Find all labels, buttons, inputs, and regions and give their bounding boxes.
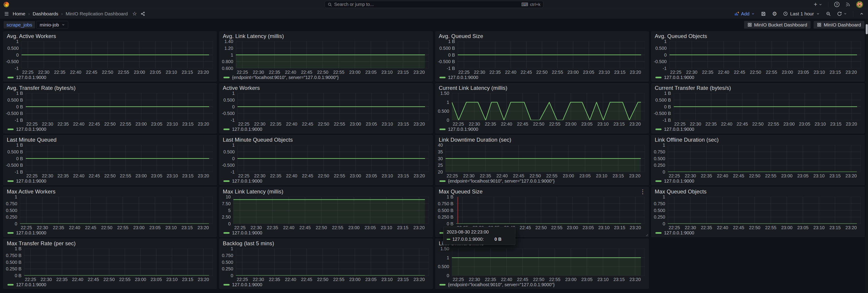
x-axis: 22:2522:3022:3522:4022:4522:5022:5523:00… [26, 172, 213, 178]
x-axis-label: 22:55 [549, 122, 560, 127]
x-axis-label: 22:30 [685, 225, 696, 230]
collapse-toolbar-icon[interactable] [859, 11, 864, 16]
panel-title[interactable]: Max Link Latency (millis) [223, 189, 283, 195]
plot-area[interactable] [22, 41, 213, 68]
panel-title[interactable]: Avg. Transfer Rate (bytes/s) [7, 85, 75, 91]
variable-value-dropdown[interactable]: minio-job [36, 21, 68, 29]
y-axis-label: 0.500 B [438, 208, 454, 213]
x-axis-label: 23:00 [782, 70, 793, 75]
panel-title[interactable]: Avg. Queued Size [439, 33, 483, 39]
panel-title[interactable]: Avg. Link Latency (millis) [223, 33, 284, 39]
legend-series-label[interactable]: {endpoint="localhost:9010", server="127.… [448, 178, 555, 184]
panel-title[interactable]: Max Queued Size [439, 189, 483, 195]
plot-region: 0.5001.5010.500022:2522:3022:3522:4022:4… [436, 91, 648, 126]
plot-area[interactable] [26, 145, 213, 172]
legend-series-label[interactable]: 127.0.0.1:9000 [16, 178, 46, 184]
legend-series-label[interactable]: 127.0.0.1:9000 [448, 75, 478, 80]
plot-area[interactable] [236, 41, 429, 68]
scrollbar-thumb[interactable] [866, 24, 868, 34]
panel-title[interactable]: Backlog (last 5 mins) [223, 240, 274, 247]
panel-title[interactable]: Max Active Workers [7, 189, 56, 195]
legend-series-label[interactable]: 127.0.0.1:9000 [232, 282, 262, 287]
x-axis-label: 23:00 [349, 277, 361, 282]
legend-series-label[interactable]: 127.0.0.1:9000 [16, 230, 46, 235]
plot-area[interactable] [456, 197, 645, 224]
panel-title[interactable]: Avg. Queued Objects [655, 33, 707, 39]
variable-label: scrape_jobs [4, 21, 35, 29]
new-menu-button[interactable]: + [814, 1, 822, 8]
breadcrumb-home[interactable]: Home [13, 11, 25, 17]
menu-icon[interactable] [4, 11, 9, 16]
legend-series-label[interactable]: 127.0.0.1:9000 [664, 127, 694, 132]
x-axis-label: 23:00 [133, 225, 145, 230]
news-icon[interactable] [845, 2, 850, 7]
panel-title[interactable]: Current Transfer Rate (bytes/s) [655, 85, 731, 91]
legend-series-label[interactable]: {endpoint="localhost:9010", server="127.… [232, 75, 339, 80]
panel-title[interactable]: Avg. Active Workers [7, 33, 56, 39]
legend-series-label[interactable]: 127.0.0.1:9000 [232, 230, 262, 235]
panel-menu-kebab-icon[interactable]: ⋮ [640, 189, 646, 195]
panel-title[interactable]: Max Queued Objects [655, 189, 707, 195]
plot-area[interactable] [670, 41, 861, 68]
legend-series-label[interactable]: 127.0.0.1:9000 [232, 178, 262, 184]
legend-series-label[interactable]: 127.0.0.1:9000 [664, 178, 694, 184]
x-axis-label: 22:30 [474, 70, 485, 75]
panel-title[interactable]: Active Workers [223, 85, 260, 91]
zoom-out-icon[interactable] [826, 11, 831, 16]
plot-area[interactable] [668, 145, 861, 172]
legend-series-label[interactable]: 127.0.0.1:9000 [448, 127, 478, 132]
plot-area[interactable] [238, 145, 429, 172]
user-avatar[interactable] [856, 1, 863, 8]
time-range-picker[interactable]: Last 1 hour [783, 11, 820, 17]
x-axis-label: 23:20 [413, 70, 425, 75]
panel-title[interactable]: Link Offline Duration (sec) [655, 137, 719, 143]
legend-series-label[interactable]: 127.0.0.1:9000 [16, 75, 46, 80]
plot-area[interactable] [24, 249, 213, 275]
legend-series-label[interactable]: 127.0.0.1:9000 [16, 282, 46, 287]
plot-region: 0.750 B1 B0.750 B0.500 B0.250 B0 B22:252… [4, 247, 216, 282]
plot-area[interactable] [458, 41, 645, 68]
plot-area[interactable] [238, 93, 429, 120]
plot-area[interactable] [26, 93, 213, 120]
add-panel-button[interactable]: Add [734, 11, 755, 17]
legend-series-label[interactable]: 127.0.0.1:9000 [664, 75, 694, 80]
dashboard-links: MinIO Bucket Dashboard MinIO Dashboard [744, 21, 864, 29]
breadcrumb-separator: › [61, 11, 63, 16]
save-dashboard-icon[interactable] [761, 11, 766, 16]
y-axis-label: 1 [231, 52, 233, 58]
breadcrumb-dashboards[interactable]: Dashboards [33, 11, 58, 17]
help-icon[interactable]: ? [834, 2, 839, 7]
legend: 127.0.0.1:9000 [4, 74, 216, 80]
panel-title[interactable]: Last Minute Queued [7, 137, 57, 143]
x-axis-label: 22:55 [765, 173, 776, 178]
legend-series-label[interactable]: 127.0.0.1:9000 [16, 127, 46, 132]
star-icon[interactable]: ☆ [132, 11, 137, 17]
x-axis-label: 22:30 [253, 70, 264, 75]
plot-area[interactable] [236, 249, 429, 275]
grafana-logo[interactable] [3, 1, 9, 8]
panel-title[interactable]: Current Link Latency (millis) [439, 85, 507, 91]
plot-area[interactable] [20, 197, 213, 224]
search-input[interactable]: Search or jump to... ⌨ ctrl+k [324, 1, 544, 8]
panel-title[interactable]: Max Transfer Rate (per sec) [7, 240, 75, 247]
panel-title[interactable]: Last Minute Queued Objects [223, 137, 293, 143]
dashboard-settings-icon[interactable]: ⚙ [772, 11, 777, 17]
plot-area[interactable] [674, 93, 861, 120]
legend-series-label[interactable]: {endpoint="localhost:9010", server="127.… [448, 282, 555, 287]
share-icon[interactable] [141, 11, 145, 16]
plot-area[interactable] [668, 197, 861, 224]
plot-area[interactable] [452, 93, 645, 120]
plot-area[interactable] [234, 197, 429, 224]
legend-series-label[interactable]: 127.0.0.1:9000 [664, 230, 694, 235]
y-axis-label: 0.500 B [655, 97, 671, 102]
y-axis-label: 1 [663, 194, 665, 200]
plot-area[interactable] [452, 249, 645, 275]
x-axis-label: 22:45 [517, 277, 528, 282]
link-minio-dashboard[interactable]: MinIO Dashboard [814, 21, 864, 29]
legend-series-label[interactable]: 127.0.0.1:9000 [232, 127, 262, 132]
y-axis-label: 0 [447, 118, 449, 123]
plot-area[interactable] [445, 145, 645, 172]
refresh-button[interactable] [837, 11, 847, 16]
panel-title[interactable]: Link Downtime Duration (sec) [439, 137, 511, 143]
link-minio-bucket-dashboard[interactable]: MinIO Bucket Dashboard [744, 21, 811, 29]
